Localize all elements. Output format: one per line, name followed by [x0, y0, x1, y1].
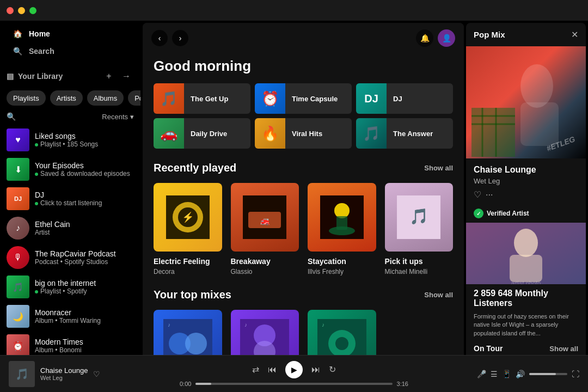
artist-bio: Forming out of hazy scenes on their nati… [466, 310, 586, 342]
panel-song-artist: Wet Leg [474, 177, 578, 185]
library-nav[interactable]: ▤ Your Library [7, 72, 97, 81]
player-song-name: Chaise Lounge [40, 366, 88, 375]
big-internet-info: big on the internet Playlist • Spotify [35, 279, 134, 295]
player-controls: ⇄ ⏮ ▶ ⏭ ↻ [252, 361, 336, 378]
now-playing-heart-button[interactable]: ♡ [93, 370, 100, 378]
svg-text:♪: ♪ [244, 322, 247, 328]
recently-played-card[interactable]: ⚡ Electric Feeling Decora [154, 183, 222, 275]
list-item[interactable]: ♪ Ethel Cain Artist [0, 213, 140, 243]
next-button[interactable]: ⏭ [311, 365, 320, 375]
main-content: ‹ › 🔔 👤 Good morning 🎵 The Get Up [143, 23, 464, 355]
lyrics-button[interactable]: 🎤 [477, 370, 486, 378]
add-library-button[interactable]: + [101, 69, 117, 84]
user-avatar-button[interactable]: 👤 [438, 29, 455, 47]
tab-albums[interactable]: Albums [87, 90, 124, 106]
greeting: Good morning [154, 58, 453, 75]
get-up-icon: 🎵 [160, 90, 177, 107]
tab-artists[interactable]: Artists [50, 90, 83, 106]
liked-songs-name: Liked songs [35, 132, 134, 140]
get-up-label: The Get Up [191, 95, 228, 103]
quick-card[interactable]: ⏰ Time Capsule [255, 83, 352, 114]
app-body: 🏠 Home 🔍 Search ▤ Your Library + → Playl… [0, 21, 588, 355]
mix-card[interactable]: ♪ [308, 310, 376, 356]
player-center: ⇄ ⏮ ▶ ⏭ ↻ 0:00 3:16 [133, 361, 455, 387]
sidebar-item-home[interactable]: 🏠 Home [7, 25, 134, 42]
top-mixes-section-header: Your top mixes Show all [154, 289, 453, 301]
list-item[interactable]: 🎙 The RapCaviar Podcast Podcast • Spotif… [0, 243, 140, 272]
mix-card[interactable]: ♪ [231, 310, 299, 356]
list-item[interactable]: DJ DJ Click to start listening [0, 184, 140, 213]
panel-more-button[interactable]: ··· [486, 190, 493, 200]
repeat-button[interactable]: ↻ [329, 364, 336, 375]
viral-hits-label: Viral Hits [292, 130, 322, 138]
modern-times-meta: Album • Bonomi [35, 346, 134, 354]
previous-button[interactable]: ⏮ [268, 365, 277, 375]
svg-point-35 [514, 229, 538, 257]
fullscreen-button[interactable]: ⛶ [572, 370, 579, 378]
progress-bar[interactable] [195, 383, 392, 385]
devices-button[interactable]: 📱 [502, 370, 511, 378]
main-scroll: Good morning 🎵 The Get Up ⏰ Time Capsule [143, 53, 464, 355]
list-item[interactable]: 🌙 Moonracer Album • Tommi Waring [0, 302, 140, 331]
dj-info: DJ Click to start listening [35, 191, 134, 207]
rapcaviar-info: The RapCaviar Podcast Podcast • Spotify … [35, 249, 134, 266]
modern-times-name: Modern Times [35, 338, 134, 346]
svg-point-8 [334, 203, 350, 218]
recently-played-show-all[interactable]: Show all [424, 164, 453, 172]
list-item[interactable]: 🎵 big on the internet Playlist • Spotify [0, 272, 140, 302]
volume-bar[interactable] [529, 373, 567, 375]
tab-podcasts[interactable]: Podcasts [128, 90, 140, 106]
on-tour-show-all[interactable]: Show all [549, 345, 578, 353]
panel-close-button[interactable]: ✕ [571, 29, 578, 40]
panel-song-title: Chaise Lounge [474, 165, 578, 175]
sidebar-item-search[interactable]: 🔍 Search [7, 42, 134, 60]
maximize-button[interactable] [29, 7, 36, 14]
play-pause-button[interactable]: ▶ [285, 361, 303, 378]
search-icon: 🔍 [13, 47, 22, 56]
quick-card[interactable]: 🎵 The Get Up [154, 83, 250, 114]
list-item[interactable]: ⏰ Modern Times Album • Bonomi [0, 331, 140, 355]
quick-card[interactable]: 🔥 Viral Hits [255, 118, 352, 149]
mix-card[interactable]: ♪ [154, 310, 222, 356]
mix-1-thumb: ♪ [154, 310, 222, 356]
recently-played-card[interactable]: Staycation Illvis Freshly [308, 183, 376, 275]
back-button[interactable]: ‹ [151, 30, 168, 46]
top-mixes-show-all[interactable]: Show all [424, 291, 453, 299]
dj-quick-label: DJ [393, 95, 402, 103]
shuffle-button[interactable]: ⇄ [252, 364, 259, 375]
panel-heart-button[interactable]: ♡ [474, 189, 481, 200]
time-capsule-icon: ⏰ [261, 90, 279, 107]
total-time: 3:16 [397, 381, 408, 387]
pickitup-art: 🎵 [397, 195, 440, 239]
recents-label: Recents [102, 113, 128, 121]
list-item[interactable]: ⬇ Your Episodes Saved & downloaded episo… [0, 155, 140, 184]
quick-card[interactable]: 🎵 The Answer [356, 118, 453, 149]
quick-card[interactable]: DJ DJ [356, 83, 453, 114]
volume-button[interactable]: 🔊 [516, 370, 525, 378]
close-button[interactable] [7, 7, 14, 14]
quick-card[interactable]: 🚗 Daily Drive [154, 118, 250, 149]
dj-meta: Click to start listening [35, 199, 134, 207]
recently-played-card[interactable]: 🚒 Breakaway Glassio [231, 183, 299, 275]
notifications-button[interactable]: 🔔 [416, 29, 433, 47]
queue-button[interactable]: ☰ [491, 370, 498, 378]
get-up-thumb: 🎵 [154, 83, 184, 114]
svg-text:🚒: 🚒 [260, 217, 270, 226]
moonracer-name: Moonracer [35, 308, 134, 317]
panel-title: Pop Mix [474, 30, 567, 39]
monthly-listeners: 2 859 648 Monthly Listeners [466, 284, 586, 310]
forward-button[interactable]: › [172, 30, 188, 46]
expand-library-button[interactable]: → [119, 69, 134, 84]
viral-hits-icon: 🔥 [261, 125, 279, 142]
recents-sort-button[interactable]: Recents ▾ [102, 113, 134, 121]
tab-playlists[interactable]: Playlists [7, 90, 46, 106]
mix-3-thumb: ♪ [308, 310, 376, 356]
rapcaviar-meta: Podcast • Spotify Studios [35, 258, 134, 266]
recently-played-card[interactable]: 🎵 Pick it ups Michael Minelli [385, 183, 454, 275]
library-search-button[interactable]: 🔍 [7, 112, 16, 121]
chaise-lounge-art-svg: #ETLEG [466, 46, 586, 158]
top-mixes-row: ♪ ♪ [154, 310, 453, 356]
breakaway-art: 🚒 [243, 195, 286, 239]
list-item[interactable]: ♥ Liked songs Playlist • 185 Songs [0, 125, 140, 155]
minimize-button[interactable] [18, 7, 25, 14]
